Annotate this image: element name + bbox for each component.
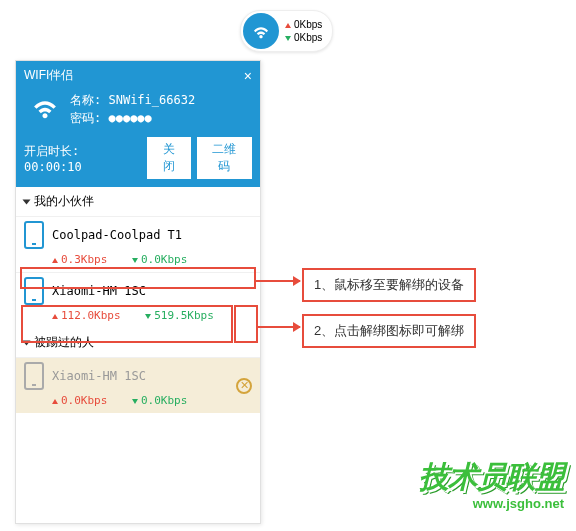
annotation-arrow <box>256 280 300 282</box>
device-download: 519.5Kbps <box>145 309 214 322</box>
device-download: 0.0Kbps <box>132 253 187 266</box>
wifi-password-row: 密码: ●●●●●● <box>70 109 195 127</box>
close-button[interactable]: 关闭 <box>147 137 190 179</box>
phone-icon <box>24 362 44 390</box>
wifi-name-row: 名称: SNWifi_66632 <box>70 91 195 109</box>
download-speed: 0Kbps <box>285 31 322 44</box>
section-partners[interactable]: 我的小伙伴 <box>16 187 260 216</box>
phone-icon <box>24 221 44 249</box>
annotation-arrow <box>258 326 300 328</box>
device-name: Xiaomi-HM 1SC <box>52 284 146 298</box>
device-upload: 0.3Kbps <box>52 253 107 266</box>
unbind-icon[interactable]: ✕ <box>236 378 252 394</box>
uptime: 开启时长: 00:00:10 <box>24 143 141 174</box>
device-download: 0.0Kbps <box>132 394 187 407</box>
device-name: Xiaomi-HM 1SC <box>52 369 146 383</box>
qrcode-button[interactable]: 二维码 <box>197 137 252 179</box>
wifi-icon <box>28 90 62 127</box>
status-speeds: 0Kbps 0Kbps <box>285 18 322 44</box>
annotation-callout-2: 2、点击解绑图标即可解绑 <box>302 314 476 348</box>
status-pill[interactable]: 0Kbps 0Kbps <box>240 10 333 52</box>
watermark: 技术员联盟 www.jsgho.net <box>419 457 564 511</box>
wifi-icon <box>243 13 279 49</box>
window-title: WIFI伴侣 <box>24 67 73 84</box>
device-item[interactable]: Xiaomi-HM 1SC 112.0Kbps 519.5Kbps <box>16 272 260 328</box>
watermark-url: www.jsgho.net <box>419 496 564 511</box>
wifi-companion-window: WIFI伴侣 × 名称: SNWifi_66632 密码: ●●●●●● 开启时… <box>15 60 261 524</box>
device-item[interactable]: Coolpad-Coolpad T1 0.3Kbps 0.0Kbps <box>16 216 260 272</box>
close-icon[interactable]: × <box>244 68 252 84</box>
device-upload: 0.0Kbps <box>52 394 107 407</box>
upload-speed: 0Kbps <box>285 18 322 31</box>
window-header: WIFI伴侣 × 名称: SNWifi_66632 密码: ●●●●●● 开启时… <box>16 61 260 187</box>
watermark-brand: 技术员联盟 <box>419 457 564 498</box>
empty-area <box>16 413 260 523</box>
device-item-kicked[interactable]: Xiaomi-HM 1SC 0.0Kbps 0.0Kbps ✕ <box>16 357 260 413</box>
annotation-callout-1: 1、鼠标移至要解绑的设备 <box>302 268 476 302</box>
section-kicked[interactable]: 被踢过的人 <box>16 328 260 357</box>
phone-icon <box>24 277 44 305</box>
device-name: Coolpad-Coolpad T1 <box>52 228 182 242</box>
device-upload: 112.0Kbps <box>52 309 121 322</box>
